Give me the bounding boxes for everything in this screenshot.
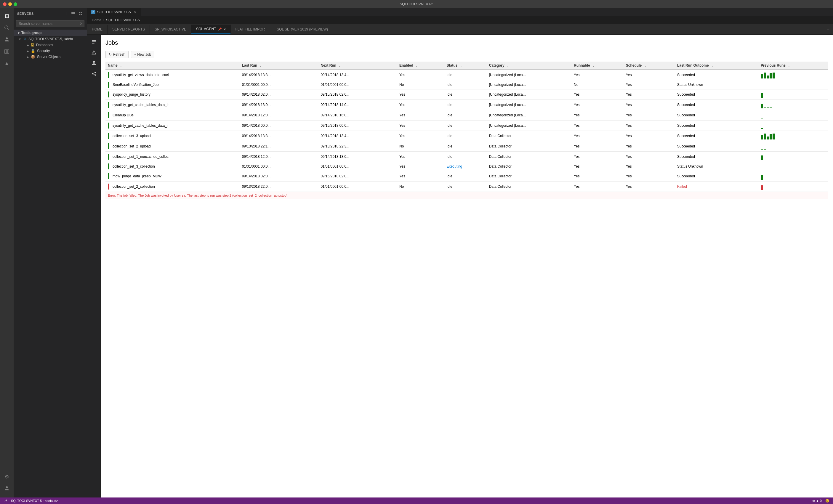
job-status: Idle — [444, 100, 487, 110]
sort-lastrun-icon: ⌄ — [259, 64, 262, 67]
jobs-icon[interactable] — [89, 37, 99, 47]
table-row[interactable]: collection_set_1_noncached_collec09/14/2… — [105, 152, 828, 162]
svg-point-7 — [95, 74, 96, 76]
alerts-icon[interactable] — [89, 48, 99, 57]
job-status-indicator — [108, 133, 109, 139]
prev-run-bar — [761, 128, 763, 129]
proxies-icon[interactable] — [89, 69, 99, 78]
job-runnable: Yes — [571, 110, 623, 121]
prev-run-bar — [769, 73, 772, 78]
search-box[interactable]: ✕ — [16, 20, 85, 27]
job-category: Data Collector — [487, 141, 571, 152]
tab-sql-server-2019[interactable]: SQL SERVER 2019 (PREVIEW) — [272, 25, 333, 34]
col-header-category[interactable]: Category ⌄ — [487, 62, 571, 70]
col-header-runnable[interactable]: Runnable ⌄ — [571, 62, 623, 70]
tab-home[interactable]: HOME — [87, 25, 108, 34]
close-button[interactable] — [3, 2, 6, 6]
add-server-group-button[interactable] — [70, 11, 76, 17]
prev-run-bar — [767, 75, 769, 78]
table-row[interactable]: collection_set_3_collection01/01/0001 00… — [105, 162, 828, 171]
job-next-run: 01/01/0001 00:0... — [318, 182, 397, 192]
table-row[interactable]: sysutility_get_views_data_into_caci09/14… — [105, 70, 828, 80]
tools-group-label[interactable]: ▼ Tools group — [14, 30, 87, 36]
table-row[interactable]: mdw_purge_data_[keep_MDW]09/14/2018 02:0… — [105, 171, 828, 182]
settings-activity-icon[interactable]: ⚙ — [1, 472, 12, 482]
new-job-button[interactable]: + New Job — [131, 51, 154, 58]
server-objects-item[interactable]: ▶ 📦 Server Objects — [14, 54, 87, 60]
databases-item[interactable]: ▶ 🗄 Databases — [14, 42, 87, 48]
job-enabled: No — [397, 182, 444, 192]
col-header-schedule[interactable]: Schedule ⌄ — [623, 62, 675, 70]
sidebar-header: SERVERS — [14, 8, 87, 19]
table-row[interactable]: sysutility_get_cache_tables_data_ir09/14… — [105, 121, 828, 131]
col-header-last-outcome[interactable]: Last Run Outcome ⌄ — [675, 62, 758, 70]
col-header-last-run[interactable]: Last Run ⌄ — [240, 62, 318, 70]
servers-activity-icon[interactable]: ⊞ — [1, 11, 12, 21]
chevron-down-icon: ▼ — [18, 38, 21, 41]
tab-sql-agent[interactable]: SQL AGENT 📌 ✕ — [191, 25, 231, 34]
breadcrumb-current: SQLTOOLSVNEXT-5 — [106, 18, 140, 22]
table-row[interactable]: collection_set_2_collection09/13/2018 22… — [105, 182, 828, 192]
operators-icon[interactable] — [89, 58, 99, 68]
breadcrumb-home[interactable]: Home — [92, 18, 101, 22]
job-name: sysutility_get_cache_tables_data_ir — [113, 123, 169, 128]
breadcrumb: Home › SQLTOOLSVNEXT-5 — [87, 16, 833, 24]
maximize-button[interactable] — [14, 2, 17, 6]
tab-server-reports[interactable]: SERVER REPORTS — [108, 25, 150, 34]
job-schedule: Yes — [623, 162, 675, 171]
table-row[interactable]: Cleanup DBs09/14/2018 12:0...09/14/2018 … — [105, 110, 828, 121]
chevron-right-icon: ▶ — [27, 49, 29, 53]
search-input[interactable] — [16, 20, 85, 27]
profile-activity-icon[interactable] — [1, 34, 12, 45]
content-area: Jobs ↻ Refresh + New Job Name — [87, 34, 833, 498]
job-last-run-outcome: Succeeded — [675, 131, 758, 141]
svg-rect-0 — [71, 12, 75, 13]
jobs-table-header: Name ⌄ Last Run ⌄ Next Run ⌄ — [105, 62, 828, 70]
table-row[interactable]: sysutility_get_cache_tables_data_ir09/14… — [105, 100, 828, 110]
col-header-name[interactable]: Name ⌄ — [105, 62, 240, 70]
prev-run-bar — [761, 135, 763, 140]
refresh-button[interactable]: ↻ Refresh — [105, 51, 128, 58]
add-tab-button[interactable]: + — [823, 24, 833, 34]
prev-run-bar — [769, 107, 772, 108]
job-status: Idle — [444, 182, 487, 192]
job-category: [Uncategorized (Loca... — [487, 90, 571, 100]
sidebar-title: SERVERS — [17, 12, 34, 16]
table-row[interactable]: collection_set_3_upload09/14/2018 13:3..… — [105, 131, 828, 141]
job-name-cell: Cleanup DBs — [105, 110, 240, 121]
table-row[interactable]: collection_set_2_upload09/13/2018 22:1..… — [105, 141, 828, 152]
tab-sp-whoisactive[interactable]: SP_WHOISACTIVE — [150, 25, 191, 34]
job-last-run-outcome: Status Unknown — [675, 162, 758, 171]
job-runnable: Yes — [571, 131, 623, 141]
close-editor-tab-icon[interactable]: ✕ — [134, 10, 137, 14]
job-runnable: Yes — [571, 141, 623, 152]
job-enabled: Yes — [397, 110, 444, 121]
col-header-enabled[interactable]: Enabled ⌄ — [397, 62, 444, 70]
editor-tab-sqltoolsvnext5[interactable]: S SQLTOOLSVNEXT-5 ✕ — [87, 8, 141, 16]
server-item[interactable]: ▼ 🖥 SQLTOOLSVNEXT-5, <defa... — [14, 36, 87, 42]
job-status-indicator — [108, 112, 109, 118]
search-activity-icon[interactable] — [1, 23, 12, 33]
account-activity-icon[interactable] — [1, 483, 12, 494]
warning-activity-icon[interactable]: ▲ — [1, 58, 12, 69]
col-header-next-run[interactable]: Next Run ⌄ — [318, 62, 397, 70]
col-header-status[interactable]: Status ⌄ — [444, 62, 487, 70]
job-runnable: Yes — [571, 70, 623, 80]
table-row[interactable]: syspolicy_purge_history09/14/2018 02:0..… — [105, 90, 828, 100]
search-clear-icon[interactable]: ✕ — [80, 22, 82, 26]
prev-run-bar — [764, 134, 766, 140]
security-item[interactable]: ▶ 🔒 Security — [14, 48, 87, 54]
close-sql-agent-tab-icon[interactable]: ✕ — [223, 27, 226, 31]
new-connection-button[interactable] — [63, 11, 69, 17]
collapse-all-button[interactable] — [77, 11, 83, 17]
minimize-button[interactable] — [8, 2, 12, 6]
job-enabled: Yes — [397, 152, 444, 162]
table-activity-icon[interactable] — [1, 46, 12, 57]
nav-tabs-row: HOME SERVER REPORTS SP_WHOISACTIVE SQL A… — [87, 24, 833, 34]
tab-flat-file-import[interactable]: FLAT FILE IMPORT — [231, 25, 272, 34]
job-prev-runs-cell — [758, 70, 828, 80]
table-row[interactable]: SmoBaselineVerification_Job01/01/0001 00… — [105, 80, 828, 90]
tab-sp-whoisactive-label: SP_WHOISACTIVE — [154, 27, 186, 31]
col-header-prev-runs[interactable]: Previous Runs ⌄ — [758, 62, 828, 70]
job-status-indicator — [108, 164, 109, 169]
